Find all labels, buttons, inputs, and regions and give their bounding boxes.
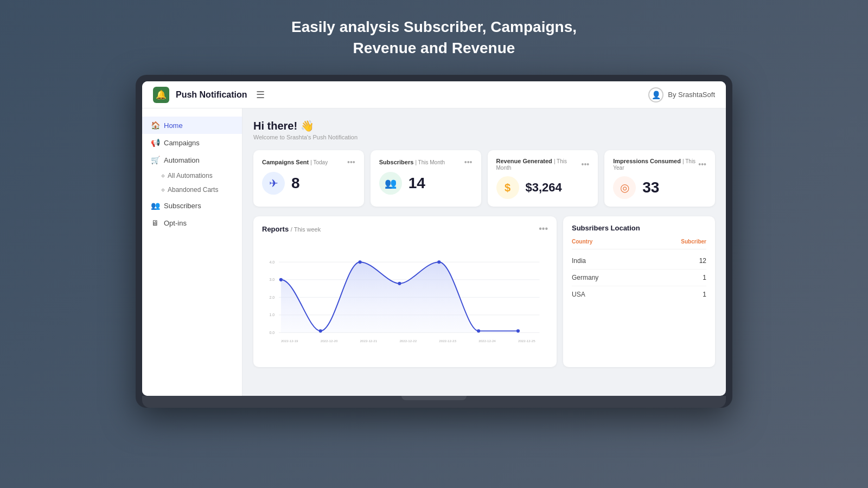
stat-card-header-campaigns: Campaigns Sent | Today ••• [262,158,355,166]
app-container: 🔔 Push Notification ☰ 👤 By SrashtaSoft [142,81,726,396]
svg-point-23 [516,330,520,333]
hamburger-button[interactable]: ☰ [254,87,267,103]
svg-text:2022-12-24: 2022-12-24 [478,339,496,343]
campaigns-stat-value: 8 [291,175,300,192]
stat-card-body-impressions: ◎ 33 [613,176,706,199]
impressions-stat-value: 33 [642,179,659,196]
chart-area: 4.0 3.0 2.0 1.0 0.0 2022-12-19 2022-12-2… [262,240,548,359]
sidebar-item-home-label: Home [164,121,183,130]
sidebar-item-opt-ins-label: Opt-ins [164,219,187,227]
greeting-title: Hi there! 👋 [253,119,715,132]
sub-dot-icon-2 [162,189,164,191]
sidebar-sub-item-all-automations[interactable]: All Automations [142,169,242,183]
sub-dot-icon [162,175,164,177]
subscribers-stat-value: 14 [409,175,425,192]
avatar: 👤 [648,87,663,102]
svg-text:3.0: 3.0 [270,278,275,282]
by-label: By SrashtaSoft [668,91,715,99]
revenue-stat-icon: $ [496,176,519,199]
stat-title-campaigns: Campaigns Sent | Today [262,159,328,165]
stat-card-revenue: Revenue Generated | This Month ••• $ $3,… [488,150,598,207]
svg-text:2022-12-21: 2022-12-21 [360,339,378,343]
opt-ins-icon: 🖥 [151,219,159,227]
location-row-usa: USA 1 [572,286,706,303]
svg-text:0.0: 0.0 [270,331,275,335]
greeting-section: Hi there! 👋 Welcome to Srashta's Push No… [253,119,715,140]
sidebar-item-automation[interactable]: 🛒 Automation [142,151,242,169]
sidebar-item-subscribers[interactable]: 👥 Subscribers [142,197,242,214]
stat-dots-impressions[interactable]: ••• [698,160,706,169]
stat-card-header-subscribers: Subscribers | This Month ••• [379,158,473,166]
location-card: Subsribers Location Country Subcriber In… [563,216,715,367]
logo-icon: 🔔 [156,89,167,100]
app-body: 🏠 Home 📢 Campaigns 🛒 Automation [142,108,726,396]
stat-dots-subscribers[interactable]: ••• [464,158,473,166]
stat-card-header-impressions: Impressions Consumed | This Year ••• [613,158,706,171]
laptop-screen-border: 🔔 Push Notification ☰ 👤 By SrashtaSoft [136,75,732,408]
sidebar-item-automation-label: Automation [164,156,200,164]
stat-title-impressions: Impressions Consumed | This Year [613,158,698,171]
heading-line2: Revenue and Revenue [353,40,515,56]
sub-item-all-automations-label: All Automations [168,172,213,179]
svg-point-21 [437,261,441,264]
location-row-india: India 12 [572,253,706,269]
col-country-label: Country [572,239,592,245]
svg-text:2022-12-19: 2022-12-19 [281,339,298,343]
header-right: 👤 By SrashtaSoft [648,87,715,102]
automation-icon: 🛒 [151,156,159,164]
stat-card-body-campaigns: ✈ 8 [262,172,355,195]
stat-card-body-subscribers: 👥 14 [379,172,473,195]
revenue-stat-value: $3,264 [526,181,562,195]
count-germany: 1 [703,274,706,281]
sidebar-item-opt-ins[interactable]: 🖥 Opt-ins [142,214,242,232]
country-india: India [572,257,586,265]
reports-card: Reports / This week ••• [253,216,557,367]
laptop-screen: 🔔 Push Notification ☰ 👤 By SrashtaSoft [142,81,726,396]
svg-point-19 [358,261,361,264]
impressions-stat-icon: ◎ [613,176,636,199]
stat-dots-campaigns[interactable]: ••• [347,158,355,166]
svg-text:2022-12-23: 2022-12-23 [439,339,456,343]
stat-title-subscribers: Subscribers | This Month [379,159,445,165]
stat-card-body-revenue: $ $3,264 [496,176,590,199]
location-table-header: Country Subcriber [572,239,706,249]
stat-dots-revenue[interactable]: ••• [582,160,590,169]
bottom-row: Reports / This week ••• [253,216,715,367]
header-left: 🔔 Push Notification ☰ [153,87,267,103]
sub-item-abandoned-carts-label: Abandoned Carts [168,186,218,194]
sidebar-sub-item-abandoned-carts[interactable]: Abandoned Carts [142,183,242,197]
reports-header: Reports / This week ••• [262,224,548,234]
laptop-wrapper: 🔔 Push Notification ☰ 👤 By SrashtaSoft [136,75,732,408]
stat-title-revenue: Revenue Generated | This Month [496,158,582,171]
sidebar-item-home[interactable]: 🏠 Home [142,117,242,134]
svg-point-17 [279,278,283,281]
app-header: 🔔 Push Notification ☰ 👤 By SrashtaSoft [142,81,726,108]
svg-text:1.0: 1.0 [270,313,275,317]
svg-text:2022-12-25: 2022-12-25 [518,339,535,343]
reports-title: Reports / This week [262,225,321,233]
svg-text:2.0: 2.0 [270,296,275,299]
svg-text:2022-12-20: 2022-12-20 [321,339,338,343]
laptop-base [142,396,726,408]
home-icon: 🏠 [151,121,159,130]
svg-point-22 [477,330,480,333]
svg-text:2022-12-22: 2022-12-22 [399,339,417,343]
greeting-subtitle: Welcome to Srashta's Push Notification [253,134,715,140]
reports-dots[interactable]: ••• [539,224,548,234]
col-subscriber-label: Subcriber [681,239,706,245]
sidebar-item-campaigns-label: Campaigns [164,139,200,147]
campaigns-stat-icon: ✈ [262,172,285,195]
stat-card-campaigns-sent: Campaigns Sent | Today ••• ✈ 8 [253,150,364,207]
sidebar-item-campaigns[interactable]: 📢 Campaigns [142,134,242,151]
stat-card-impressions: Impressions Consumed | This Year ••• ◎ 3… [604,150,715,207]
campaigns-icon: 📢 [151,138,159,147]
app-title: Push Notification [176,90,247,100]
app-logo: 🔔 [153,87,169,103]
heading-line1: Easily analysis Subscriber, Campaigns, [291,18,577,35]
svg-point-20 [398,282,401,285]
location-title: Subsribers Location [572,224,706,232]
svg-point-18 [319,330,322,333]
location-table: Country Subcriber India 12 Germany [572,239,706,303]
page-heading: Easily analysis Subscriber, Campaigns, R… [291,16,577,59]
count-usa: 1 [703,291,706,298]
